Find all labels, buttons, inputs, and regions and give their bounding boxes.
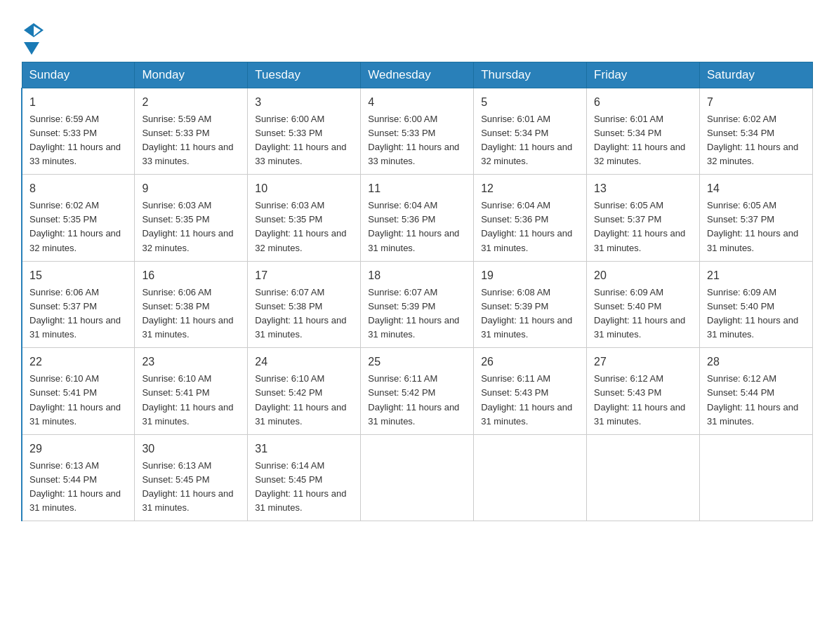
- calendar-day-cell: 9 Sunrise: 6:03 AMSunset: 5:35 PMDayligh…: [135, 175, 248, 262]
- calendar-day-cell: 18 Sunrise: 6:07 AMSunset: 5:39 PMDaylig…: [361, 261, 474, 348]
- calendar-week-row: 22 Sunrise: 6:10 AMSunset: 5:41 PMDaylig…: [22, 348, 813, 435]
- day-info: Sunrise: 6:07 AMSunset: 5:39 PMDaylight:…: [368, 287, 459, 340]
- calendar-day-cell: [361, 434, 474, 521]
- calendar-week-row: 15 Sunrise: 6:06 AMSunset: 5:37 PMDaylig…: [22, 261, 813, 348]
- header-day-tuesday: Tuesday: [248, 62, 361, 88]
- day-info: Sunrise: 6:13 AMSunset: 5:45 PMDaylight:…: [142, 460, 233, 513]
- calendar-day-cell: 25 Sunrise: 6:11 AMSunset: 5:42 PMDaylig…: [361, 348, 474, 435]
- calendar-day-cell: 4 Sunrise: 6:00 AMSunset: 5:33 PMDayligh…: [361, 88, 474, 175]
- day-info: Sunrise: 6:14 AMSunset: 5:45 PMDaylight:…: [255, 460, 346, 513]
- day-number: 23: [142, 354, 240, 370]
- calendar-day-cell: 11 Sunrise: 6:04 AMSunset: 5:36 PMDaylig…: [361, 175, 474, 262]
- calendar-week-row: 29 Sunrise: 6:13 AMSunset: 5:44 PMDaylig…: [22, 434, 813, 521]
- header-day-saturday: Saturday: [700, 62, 813, 88]
- day-info: Sunrise: 6:12 AMSunset: 5:44 PMDaylight:…: [707, 373, 798, 426]
- header-day-sunday: Sunday: [22, 62, 135, 88]
- calendar-week-row: 8 Sunrise: 6:02 AMSunset: 5:35 PMDayligh…: [22, 175, 813, 262]
- calendar-day-cell: 27 Sunrise: 6:12 AMSunset: 5:43 PMDaylig…: [587, 348, 700, 435]
- day-info: Sunrise: 6:05 AMSunset: 5:37 PMDaylight:…: [707, 200, 798, 253]
- day-number: 18: [368, 267, 466, 284]
- day-info: Sunrise: 6:59 AMSunset: 5:33 PMDaylight:…: [29, 114, 121, 166]
- day-info: Sunrise: 6:07 AMSunset: 5:38 PMDaylight:…: [255, 287, 346, 340]
- day-number: 15: [29, 267, 127, 284]
- calendar-day-cell: 5 Sunrise: 6:01 AMSunset: 5:34 PMDayligh…: [474, 88, 587, 175]
- day-info: Sunrise: 6:10 AMSunset: 5:41 PMDaylight:…: [142, 373, 233, 426]
- calendar-header-row: SundayMondayTuesdayWednesdayThursdayFrid…: [22, 62, 813, 88]
- calendar-day-cell: 6 Sunrise: 6:01 AMSunset: 5:34 PMDayligh…: [587, 88, 700, 175]
- day-info: Sunrise: 6:01 AMSunset: 5:34 PMDaylight:…: [594, 114, 685, 166]
- day-info: Sunrise: 6:02 AMSunset: 5:34 PMDaylight:…: [707, 114, 798, 166]
- day-number: 25: [368, 354, 466, 370]
- logo-general-text: [21, 21, 44, 42]
- calendar-day-cell: 1 Sunrise: 6:59 AMSunset: 5:33 PMDayligh…: [22, 88, 135, 175]
- day-number: 16: [142, 267, 240, 284]
- day-info: Sunrise: 6:09 AMSunset: 5:40 PMDaylight:…: [594, 287, 685, 340]
- day-number: 26: [481, 354, 579, 370]
- logo-blue-text: [21, 42, 39, 55]
- day-info: Sunrise: 6:10 AMSunset: 5:42 PMDaylight:…: [255, 373, 346, 426]
- calendar-day-cell: 14 Sunrise: 6:05 AMSunset: 5:37 PMDaylig…: [700, 175, 813, 262]
- day-info: Sunrise: 6:08 AMSunset: 5:39 PMDaylight:…: [481, 287, 572, 340]
- header: [21, 14, 813, 55]
- calendar-day-cell: 21 Sunrise: 6:09 AMSunset: 5:40 PMDaylig…: [700, 261, 813, 348]
- day-info: Sunrise: 6:03 AMSunset: 5:35 PMDaylight:…: [255, 200, 346, 253]
- day-info: Sunrise: 6:06 AMSunset: 5:37 PMDaylight:…: [29, 287, 121, 340]
- svg-marker-2: [24, 42, 39, 55]
- day-number: 12: [481, 180, 579, 197]
- day-number: 2: [142, 94, 240, 111]
- calendar-day-cell: 23 Sunrise: 6:10 AMSunset: 5:41 PMDaylig…: [135, 348, 248, 435]
- calendar-day-cell: 24 Sunrise: 6:10 AMSunset: 5:42 PMDaylig…: [248, 348, 361, 435]
- day-number: 21: [707, 267, 805, 284]
- day-number: 11: [368, 180, 466, 197]
- day-number: 10: [255, 180, 353, 197]
- header-day-friday: Friday: [587, 62, 700, 88]
- day-info: Sunrise: 6:11 AMSunset: 5:43 PMDaylight:…: [481, 373, 572, 426]
- day-number: 6: [594, 94, 692, 111]
- calendar-day-cell: 13 Sunrise: 6:05 AMSunset: 5:37 PMDaylig…: [587, 175, 700, 262]
- day-info: Sunrise: 6:00 AMSunset: 5:33 PMDaylight:…: [368, 114, 459, 166]
- calendar-week-row: 1 Sunrise: 6:59 AMSunset: 5:33 PMDayligh…: [22, 88, 813, 175]
- day-info: Sunrise: 6:06 AMSunset: 5:38 PMDaylight:…: [142, 287, 233, 340]
- calendar-day-cell: 29 Sunrise: 6:13 AMSunset: 5:44 PMDaylig…: [22, 434, 135, 521]
- day-number: 5: [481, 94, 579, 111]
- day-number: 13: [594, 180, 692, 197]
- calendar-day-cell: 10 Sunrise: 6:03 AMSunset: 5:35 PMDaylig…: [248, 175, 361, 262]
- day-number: 27: [594, 354, 692, 370]
- calendar-day-cell: 26 Sunrise: 6:11 AMSunset: 5:43 PMDaylig…: [474, 348, 587, 435]
- calendar-day-cell: 12 Sunrise: 6:04 AMSunset: 5:36 PMDaylig…: [474, 175, 587, 262]
- logo: [21, 14, 44, 55]
- day-info: Sunrise: 6:09 AMSunset: 5:40 PMDaylight:…: [707, 287, 798, 340]
- day-info: Sunrise: 6:00 AMSunset: 5:33 PMDaylight:…: [255, 114, 346, 166]
- calendar-day-cell: 15 Sunrise: 6:06 AMSunset: 5:37 PMDaylig…: [22, 261, 135, 348]
- day-info: Sunrise: 6:12 AMSunset: 5:43 PMDaylight:…: [594, 373, 685, 426]
- day-info: Sunrise: 5:59 AMSunset: 5:33 PMDaylight:…: [142, 114, 233, 166]
- day-number: 4: [368, 94, 466, 111]
- calendar-table: SundayMondayTuesdayWednesdayThursdayFrid…: [21, 62, 813, 522]
- header-day-thursday: Thursday: [474, 62, 587, 88]
- day-info: Sunrise: 6:10 AMSunset: 5:41 PMDaylight:…: [29, 373, 121, 426]
- day-number: 24: [255, 354, 353, 370]
- calendar-day-cell: 7 Sunrise: 6:02 AMSunset: 5:34 PMDayligh…: [700, 88, 813, 175]
- day-info: Sunrise: 6:02 AMSunset: 5:35 PMDaylight:…: [29, 200, 121, 253]
- day-number: 14: [707, 180, 805, 197]
- calendar-day-cell: 2 Sunrise: 5:59 AMSunset: 5:33 PMDayligh…: [135, 88, 248, 175]
- day-number: 28: [707, 354, 805, 370]
- calendar-day-cell: 3 Sunrise: 6:00 AMSunset: 5:33 PMDayligh…: [248, 88, 361, 175]
- logo-flag-icon: [24, 23, 44, 39]
- day-info: Sunrise: 6:04 AMSunset: 5:36 PMDaylight:…: [481, 200, 572, 253]
- day-number: 8: [29, 180, 127, 197]
- calendar-day-cell: 30 Sunrise: 6:13 AMSunset: 5:45 PMDaylig…: [135, 434, 248, 521]
- day-number: 7: [707, 94, 805, 111]
- day-number: 19: [481, 267, 579, 284]
- day-info: Sunrise: 6:11 AMSunset: 5:42 PMDaylight:…: [368, 373, 459, 426]
- calendar-day-cell: 31 Sunrise: 6:14 AMSunset: 5:45 PMDaylig…: [248, 434, 361, 521]
- calendar-day-cell: [474, 434, 587, 521]
- day-number: 1: [29, 94, 127, 111]
- calendar-day-cell: 8 Sunrise: 6:02 AMSunset: 5:35 PMDayligh…: [22, 175, 135, 262]
- logo-arrow-icon: [24, 42, 39, 55]
- calendar-day-cell: 17 Sunrise: 6:07 AMSunset: 5:38 PMDaylig…: [248, 261, 361, 348]
- header-day-monday: Monday: [135, 62, 248, 88]
- day-number: 17: [255, 267, 353, 284]
- day-number: 3: [255, 94, 353, 111]
- day-number: 20: [594, 267, 692, 284]
